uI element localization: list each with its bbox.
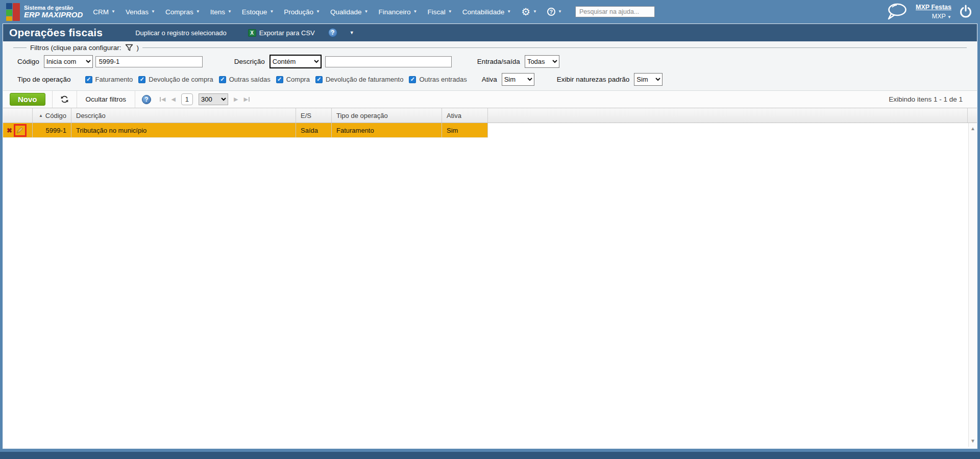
first-page-button[interactable]: ◀ — [160, 96, 165, 103]
menu-contabilidade[interactable]: Contabilidade▼ — [462, 8, 511, 16]
edit-pencil-icon[interactable] — [16, 126, 24, 134]
app-logo[interactable]: Sistema de gestão ERP MAXIPROD — [6, 3, 83, 21]
hide-filters-button[interactable]: Ocultar filtros — [77, 95, 135, 103]
chevron-down-icon: ▼ — [151, 10, 155, 14]
codigo-filter-input[interactable] — [95, 56, 203, 67]
checkbox-faturamento[interactable]: Faturamento — [85, 76, 133, 83]
exibir-naturezas-label: Exibir naturezas padrão — [557, 76, 630, 83]
duplicate-record-button[interactable]: Duplicar o registro selecionado — [135, 29, 226, 37]
menu-producao[interactable]: Produção▼ — [284, 8, 320, 16]
menu-vendas[interactable]: Vendas▼ — [126, 8, 155, 16]
checkbox-compra[interactable]: Compra — [276, 76, 310, 83]
account-user-dropdown[interactable]: MXP ▼ — [932, 13, 951, 20]
help-search-input[interactable] — [575, 6, 655, 17]
column-header-actions — [3, 108, 33, 123]
page-size-select[interactable]: 300 — [199, 93, 228, 105]
menu-estoque[interactable]: Estoque▼ — [242, 8, 274, 16]
menu-crm[interactable]: CRM▼ — [93, 8, 115, 16]
current-page-indicator[interactable]: 1 — [181, 93, 193, 105]
chevron-down-icon: ▼ — [558, 10, 562, 14]
column-header-ativa[interactable]: Ativa — [442, 108, 488, 123]
power-logout-icon[interactable] — [959, 4, 973, 19]
chevron-down-icon: ▼ — [270, 10, 274, 14]
scroll-down-icon[interactable]: ▼ — [970, 439, 975, 444]
codigo-filter-label: Código — [17, 58, 39, 65]
previous-page-button[interactable]: ◀ — [172, 96, 176, 103]
column-header-tipo-operacao[interactable]: Tipo de operação — [332, 108, 442, 123]
checkbox-devolucao-compra[interactable]: Devolução de compra — [138, 76, 213, 83]
checkbox-checked-icon — [409, 76, 416, 83]
items-range-info: Exibindo itens 1 - 1 de 1 — [889, 95, 963, 103]
vertical-scrollbar[interactable]: ▲ ▼ — [968, 123, 977, 447]
table-row-selected[interactable]: ✖ 5999-1 Tributação no município Saída F… — [3, 123, 488, 138]
title-actions-dropdown[interactable]: ▼ — [350, 30, 354, 35]
chat-icon[interactable] — [885, 3, 909, 21]
menu-fiscal[interactable]: Fiscal▼ — [427, 8, 452, 16]
grid-body: ✖ 5999-1 Tributação no município Saída F… — [3, 123, 977, 448]
help-icon[interactable]: ? — [328, 28, 337, 37]
checkbox-checked-icon — [219, 76, 226, 83]
filters-panel: Filtros (clique para configurar: ) Códig… — [3, 41, 977, 91]
entrada-saida-label: Entrada/saída — [477, 58, 520, 65]
exibir-naturezas-select[interactable]: Sim — [634, 73, 663, 86]
chevron-down-icon: ▼ — [111, 10, 115, 14]
pagination: ◀ ◀ 1 300 ▶ ▶ — [160, 93, 250, 105]
cell-es: Saída — [296, 123, 332, 137]
next-page-button[interactable]: ▶ — [234, 96, 238, 103]
refresh-button[interactable] — [53, 95, 77, 104]
checkbox-devolucao-faturamento[interactable]: Devolução de faturamento — [315, 76, 403, 83]
filters-configure-legend[interactable]: Filtros (clique para configurar: ) — [27, 44, 142, 52]
chevron-down-icon: ▼ — [316, 10, 320, 14]
scroll-up-icon[interactable]: ▲ — [970, 126, 975, 131]
settings-menu-button[interactable]: ⚙ ▼ — [521, 7, 537, 17]
chevron-down-icon: ▼ — [448, 10, 452, 14]
sort-ascending-icon: ▲ — [39, 113, 43, 118]
checkbox-checked-icon — [276, 76, 283, 83]
help-icon: ? — [547, 8, 555, 16]
tipo-operacao-label: Tipo de operação — [17, 76, 71, 83]
descricao-operator-select[interactable]: Contém — [270, 55, 322, 68]
column-header-descricao[interactable]: Descrição — [71, 108, 296, 123]
ativa-select[interactable]: Sim — [502, 73, 534, 86]
chevron-down-icon: ▼ — [196, 10, 200, 14]
page-title: Operações fiscais — [9, 27, 103, 39]
chevron-down-icon: ▼ — [413, 10, 418, 14]
help-menu-button[interactable]: ? ▼ — [547, 8, 562, 16]
checkbox-checked-icon — [138, 76, 145, 83]
logo-brand: ERP MAXIPROD — [24, 11, 83, 19]
column-header-es[interactable]: E/S — [296, 108, 332, 123]
menu-itens[interactable]: Itens▼ — [210, 8, 232, 16]
grid-header-row: ▲ Código Descrição E/S Tipo de operação … — [3, 108, 977, 123]
codigo-operator-select[interactable]: Inicia com — [44, 55, 93, 68]
menu-financeiro[interactable]: Financeiro▼ — [379, 8, 418, 16]
chevron-down-icon: ▼ — [947, 15, 951, 19]
descricao-filter-input[interactable] — [325, 56, 452, 67]
checkbox-checked-icon — [85, 76, 92, 83]
scrollbar-header-stub — [967, 108, 977, 123]
last-page-button[interactable]: ▶ — [243, 96, 249, 103]
export-csv-button[interactable]: Exportar para CSV — [259, 29, 315, 37]
checkbox-outras-saidas[interactable]: Outras saídas — [219, 76, 271, 83]
column-header-codigo[interactable]: ▲ Código — [33, 108, 71, 123]
main-content-frame: Operações fiscais Duplicar o registro se… — [3, 23, 977, 449]
top-navigation-bar: Sistema de gestão ERP MAXIPROD CRM▼ Vend… — [0, 0, 980, 23]
descricao-filter-label: Descrição — [234, 58, 265, 65]
cell-descricao: Tributação no município — [71, 123, 296, 137]
menu-qualidade[interactable]: Qualidade▼ — [330, 8, 368, 16]
new-record-button[interactable]: Novo — [10, 93, 45, 106]
excel-icon: X — [248, 29, 256, 37]
menu-compras[interactable]: Compras▼ — [165, 8, 200, 16]
help-icon[interactable]: ? — [142, 95, 151, 104]
delete-row-icon[interactable]: ✖ — [7, 127, 12, 134]
gear-icon: ⚙ — [521, 7, 530, 17]
logo-tagline: Sistema de gestão — [24, 5, 83, 11]
chevron-down-icon: ▼ — [364, 10, 369, 14]
grid-toolbar: Novo Ocultar filtros ? ◀ ◀ 1 300 ▶ ▶ Exi… — [3, 91, 977, 108]
account-company-link[interactable]: MXP Festas — [916, 3, 951, 12]
chevron-down-icon: ▼ — [507, 10, 511, 14]
checkbox-outras-entradas[interactable]: Outras entradas — [409, 76, 467, 83]
chevron-down-icon: ▼ — [533, 10, 537, 14]
funnel-filter-icon — [125, 44, 133, 52]
edit-icon-highlight-box — [14, 124, 27, 137]
entrada-saida-select[interactable]: Todas — [525, 55, 559, 68]
